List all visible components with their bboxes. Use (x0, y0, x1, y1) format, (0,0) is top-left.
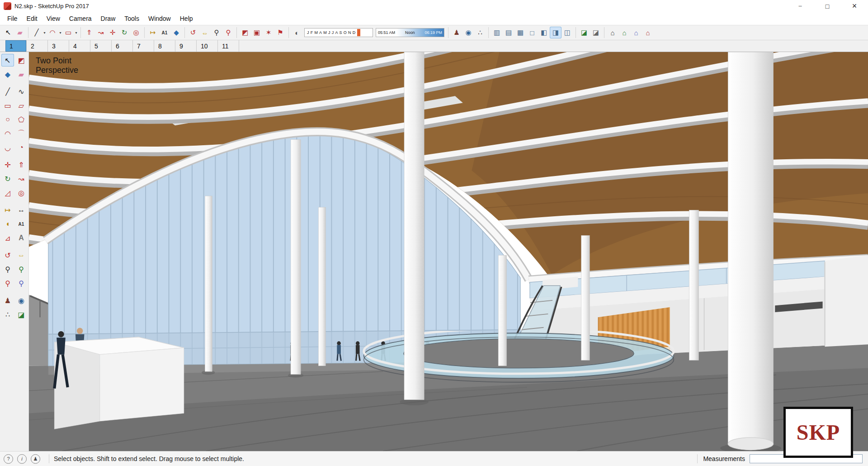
freehand-icon[interactable] (15, 85, 28, 98)
scene-tab-6[interactable]: 6 (112, 40, 133, 52)
share-model-icon[interactable] (618, 27, 630, 38)
pie-icon[interactable] (15, 141, 28, 154)
zoom-extents-icon[interactable] (1, 277, 14, 290)
select-icon[interactable] (1, 54, 14, 67)
tape-measure-icon[interactable] (1, 204, 14, 216)
shapes-icon[interactable] (62, 27, 74, 38)
eraser-icon[interactable] (14, 27, 26, 38)
push-pull-icon[interactable] (15, 158, 28, 171)
scene-tab-11[interactable]: 11 (218, 40, 239, 52)
menu-camera[interactable]: Camera (65, 13, 96, 24)
rotate-icon[interactable] (1, 172, 14, 185)
context-help-icon[interactable] (17, 454, 27, 464)
menu-help[interactable]: Help (175, 13, 198, 24)
pan-icon[interactable] (199, 27, 211, 38)
scene-tab-5[interactable]: 5 (90, 40, 112, 52)
walk-icon[interactable] (1, 308, 14, 321)
pan-icon[interactable] (15, 249, 28, 262)
section-plane-icon[interactable] (578, 27, 590, 38)
scene-tab-10[interactable]: 10 (197, 40, 218, 52)
shadows-toggle-icon[interactable] (291, 27, 303, 38)
sign-in-icon[interactable] (31, 454, 40, 464)
orbit-icon[interactable] (187, 27, 199, 38)
follow-me-icon[interactable] (95, 27, 107, 38)
zoom-icon[interactable] (211, 27, 222, 38)
position-camera-icon[interactable] (1, 294, 14, 307)
rotate-icon[interactable] (118, 27, 130, 38)
menu-file[interactable]: File (3, 13, 22, 24)
close-button[interactable] (841, 0, 868, 12)
scene-tab-8[interactable]: 8 (154, 40, 175, 52)
text-icon[interactable] (15, 218, 28, 230)
viewport-canvas[interactable]: Two Point Perspective (29, 52, 868, 451)
menu-window[interactable]: Window (144, 13, 175, 24)
rectangle-icon[interactable] (1, 99, 14, 112)
help-icon[interactable] (4, 454, 13, 464)
scene-tab-2[interactable]: 2 (27, 40, 48, 52)
share-component-icon[interactable] (630, 27, 642, 38)
scene-tab-7[interactable]: 7 (133, 40, 154, 52)
paint-bucket-icon[interactable] (170, 27, 182, 38)
look-around-icon[interactable] (462, 27, 474, 38)
zoom-previous-icon[interactable] (15, 277, 28, 290)
follow-me-icon[interactable] (15, 172, 28, 185)
minimize-button[interactable] (787, 0, 814, 12)
look-around-icon[interactable] (15, 294, 28, 307)
scene-tab-4[interactable]: 4 (69, 40, 90, 52)
monochrome-icon[interactable] (561, 27, 573, 38)
dimension-icon[interactable] (15, 204, 28, 216)
shadow-month-slider[interactable]: JFMAMJJASOND (304, 28, 373, 37)
orbit-icon[interactable] (1, 249, 14, 262)
line-icon[interactable] (31, 27, 42, 38)
shadow-month-marker[interactable] (357, 29, 360, 36)
arc-icon[interactable] (1, 127, 14, 140)
move-icon[interactable] (107, 27, 118, 38)
circle-icon[interactable] (1, 113, 14, 126)
offset-icon[interactable] (15, 186, 28, 199)
axes-icon[interactable] (1, 232, 14, 244)
paint-bucket-icon[interactable] (1, 68, 14, 81)
hidden-line-icon[interactable] (526, 27, 538, 38)
shadow-time-slider[interactable]: 05:51 AM Noon 06:19 PM (376, 28, 444, 37)
two-point-arc-icon[interactable] (15, 127, 28, 140)
zoom-icon[interactable] (1, 263, 14, 276)
scene-tab-1[interactable]: 1 (5, 40, 27, 52)
scene-tab-3[interactable]: 3 (48, 40, 69, 52)
push-pull-icon[interactable] (83, 27, 95, 38)
menu-tools[interactable]: Tools (120, 13, 144, 24)
extension-warehouse-icon[interactable] (642, 27, 654, 38)
protractor-icon[interactable] (1, 218, 14, 230)
section-cuts-icon[interactable] (590, 27, 602, 38)
add-location-icon[interactable] (274, 27, 286, 38)
shapes-dropdown-icon[interactable] (74, 27, 78, 38)
menu-view[interactable]: View (42, 13, 65, 24)
scale-icon[interactable] (1, 186, 14, 199)
line-icon[interactable] (1, 85, 14, 98)
make-component-icon[interactable] (239, 27, 251, 38)
menu-edit[interactable]: Edit (22, 13, 42, 24)
shaded-textures-icon[interactable] (550, 27, 561, 38)
scene-tab-9[interactable]: 9 (175, 40, 197, 52)
text-icon[interactable] (159, 27, 170, 38)
back-edges-icon[interactable] (503, 27, 514, 38)
zoom-window-icon[interactable] (15, 263, 28, 276)
select-icon[interactable] (2, 27, 14, 38)
offset-icon[interactable] (130, 27, 142, 38)
line-dropdown-icon[interactable] (42, 27, 47, 38)
polygon-icon[interactable] (15, 113, 28, 126)
position-camera-icon[interactable] (451, 27, 462, 38)
3d-warehouse-icon[interactable] (607, 27, 618, 38)
tape-measure-icon[interactable] (147, 27, 159, 38)
wireframe-icon[interactable] (514, 27, 526, 38)
arc-dropdown-icon[interactable] (58, 27, 62, 38)
x-ray-icon[interactable] (491, 27, 503, 38)
shaded-icon[interactable] (538, 27, 550, 38)
arc-icon[interactable] (47, 27, 58, 38)
make-group-icon[interactable] (251, 27, 263, 38)
rotated-rectangle-icon[interactable] (15, 99, 28, 112)
explode-icon[interactable] (263, 27, 274, 38)
walk-icon[interactable] (474, 27, 486, 38)
maximize-button[interactable] (814, 0, 841, 12)
eraser-icon[interactable] (15, 68, 28, 81)
move-icon[interactable] (1, 158, 14, 171)
